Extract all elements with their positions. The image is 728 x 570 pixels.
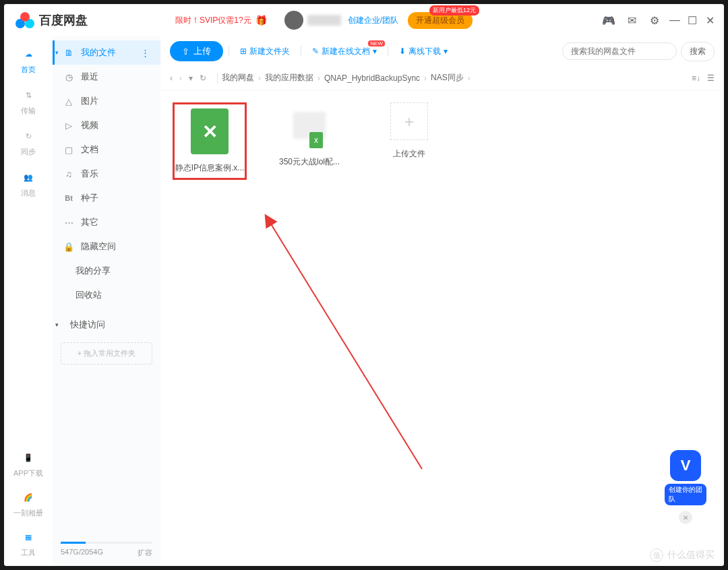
upload-tile[interactable]: ＋ 上传文件 [372, 102, 446, 160]
doc-plus-icon: ✎ [312, 46, 319, 56]
file-name: 350元大战lol配... [279, 156, 340, 168]
file-item[interactable]: x 350元大战lol配... [272, 102, 346, 168]
chevron-down-icon: ▾ [55, 49, 59, 56]
sidebar-shares[interactable]: 我的分享 [53, 259, 160, 283]
v-icon: V [670, 450, 701, 481]
nav-app-download[interactable]: 📱 APP下载 [13, 449, 43, 478]
sidebar-hidden[interactable]: 🔒隐藏空间 [53, 234, 160, 259]
watermark-icon: 值 [650, 548, 663, 562]
nav-album[interactable]: 🌈 一刻相册 [13, 489, 43, 518]
chevron-down-icon: ▾ [444, 46, 448, 56]
user-avatar[interactable] [284, 11, 303, 30]
file-item[interactable]: ✕ 静态IP信息案例.x... [173, 102, 247, 180]
logo-icon [15, 11, 35, 29]
image-icon: △ [63, 96, 74, 106]
mail-icon[interactable]: ✉ [626, 14, 638, 26]
close-fab-icon[interactable]: ✕ [679, 511, 692, 524]
svg-point-2 [20, 12, 30, 22]
storage-text: 547G/2054G [61, 548, 103, 558]
sidebar-videos[interactable]: ▷视频 [53, 113, 160, 137]
app-logo: 百度网盘 [15, 11, 88, 29]
people-icon: 👥 [20, 169, 36, 185]
minimize-icon[interactable]: — [669, 14, 681, 26]
search-input[interactable] [562, 42, 677, 60]
new-folder-button[interactable]: ⊞新建文件夹 [235, 46, 295, 57]
chevron-down-icon[interactable]: ▾ [189, 73, 193, 83]
plus-icon: ＋ [390, 102, 428, 140]
sidebar-images[interactable]: △图片 [53, 89, 160, 113]
close-icon[interactable]: ✕ [704, 14, 716, 26]
gear-icon[interactable]: ⚙ [648, 14, 661, 26]
grid-icon: ▦ [20, 529, 36, 545]
watermark: 值 什么值得买 [650, 548, 715, 562]
nav-sync[interactable]: ↻ 同步 [20, 128, 36, 157]
file-grid: ✕ 静态IP信息案例.x... x 350元大战lol配... ＋ 上传文件 [160, 90, 724, 566]
sidebar-quick[interactable]: ▾ 快捷访问 [53, 313, 160, 337]
thumbnail-icon: x [291, 102, 328, 148]
breadcrumb: ‹ › ▾ ↻ 我的网盘› 我的应用数据› QNAP_HybridBackupS… [160, 66, 724, 90]
chevron-down-icon: ▾ [373, 46, 377, 56]
vip-button[interactable]: 开通超级会员 新用户最低12元 [408, 12, 473, 29]
vip-badge: 新用户最低12元 [429, 5, 479, 15]
xlsx-icon: ✕ [191, 108, 229, 154]
list-view-icon[interactable]: ☰ [707, 73, 715, 83]
sidebar-torrents[interactable]: Bt种子 [53, 186, 160, 210]
more-icon[interactable]: ⋮ [141, 48, 150, 58]
new-badge: NEW [368, 40, 385, 46]
clock-icon: ◷ [63, 72, 74, 82]
username-blurred [307, 15, 341, 26]
offline-download-button[interactable]: ⬇离线下载▾ [394, 46, 453, 57]
file-name: 静态IP信息案例.x... [175, 162, 245, 174]
expand-link[interactable]: 扩容 [138, 548, 152, 558]
nav-messages[interactable]: 👥 消息 [20, 169, 36, 198]
transfer-icon: ⇅ [20, 87, 36, 103]
search-button[interactable]: 搜索 [681, 42, 715, 61]
cloud-icon: ☁ [20, 46, 36, 62]
sidebar-docs[interactable]: ▢文档 [53, 137, 160, 162]
sort-icon[interactable]: ≡↓ [692, 73, 700, 83]
maximize-icon[interactable]: ☐ [686, 14, 698, 26]
nav-rail: ☁ 首页 ⇅ 传输 ↻ 同步 👥 消息 📱 APP下载 � [4, 36, 53, 566]
gift-icon: 🎁 [255, 15, 267, 26]
folder-plus-icon: ⊞ [240, 46, 247, 56]
forward-icon[interactable]: › [179, 73, 182, 83]
sidebar-trash[interactable]: 回收站 [53, 283, 160, 307]
upload-button[interactable]: ⇧上传 [170, 41, 223, 61]
upload-icon: ⇧ [182, 46, 189, 57]
sidebar-other[interactable]: ⋯其它 [53, 210, 160, 234]
sidebar-music[interactable]: ♫音乐 [53, 162, 160, 186]
sync-icon: ↻ [20, 128, 36, 144]
quick-drop-zone[interactable]: + 拖入常用文件夹 [61, 342, 152, 365]
nav-home[interactable]: ☁ 首页 [20, 46, 36, 75]
breadcrumb-item[interactable]: 我的网盘 [222, 72, 254, 84]
sidebar: ▾ 🗎 我的文件 ⋮ ◷最近 △图片 ▷视频 ▢文档 ♫音乐 Bt种子 ⋯其它 … [53, 36, 160, 566]
lock-icon: 🔒 [63, 242, 74, 252]
refresh-icon[interactable]: ↻ [200, 73, 206, 83]
team-fab[interactable]: V 创建你的团队 ✕ [665, 450, 706, 524]
chevron-down-icon: ▾ [55, 321, 59, 328]
folder-icon: 🗎 [63, 48, 74, 58]
music-icon: ♫ [63, 169, 74, 179]
sidebar-recent[interactable]: ◷最近 [53, 65, 160, 89]
breadcrumb-item[interactable]: QNAP_HybridBackupSync [324, 73, 420, 83]
phone-icon: 📱 [20, 449, 36, 466]
breadcrumb-item[interactable]: NAS同步 [431, 72, 464, 84]
content-area: ⇧上传 ⊞新建文件夹 ✎新建在线文档▾ NEW ⬇离线下载▾ 搜索 ‹ [160, 36, 724, 566]
download-icon: ⬇ [399, 46, 406, 56]
nav-transfer[interactable]: ⇅ 传输 [20, 87, 36, 116]
xlsx-badge-icon: x [309, 132, 323, 148]
back-icon[interactable]: ‹ [170, 73, 173, 83]
breadcrumb-item[interactable]: 我的应用数据 [265, 72, 313, 84]
doc-icon: ▢ [63, 145, 74, 155]
game-icon[interactable]: 🎮 [603, 14, 615, 26]
toolbar: ⇧上传 ⊞新建文件夹 ✎新建在线文档▾ NEW ⬇离线下载▾ 搜索 [160, 36, 724, 66]
nav-tools[interactable]: ▦ 工具 [20, 529, 36, 558]
promo-text[interactable]: 限时！SVIP仅需1?元 🎁 [175, 15, 267, 26]
dots-icon: ⋯ [63, 218, 74, 228]
create-team-link[interactable]: 创建企业/团队 [348, 15, 398, 26]
app-name: 百度网盘 [39, 12, 88, 28]
sidebar-my-files[interactable]: ▾ 🗎 我的文件 ⋮ [53, 40, 160, 65]
new-doc-button[interactable]: ✎新建在线文档▾ NEW [307, 46, 382, 57]
storage-footer: 547G/2054G 扩容 [53, 542, 160, 562]
album-icon: 🌈 [20, 489, 36, 505]
